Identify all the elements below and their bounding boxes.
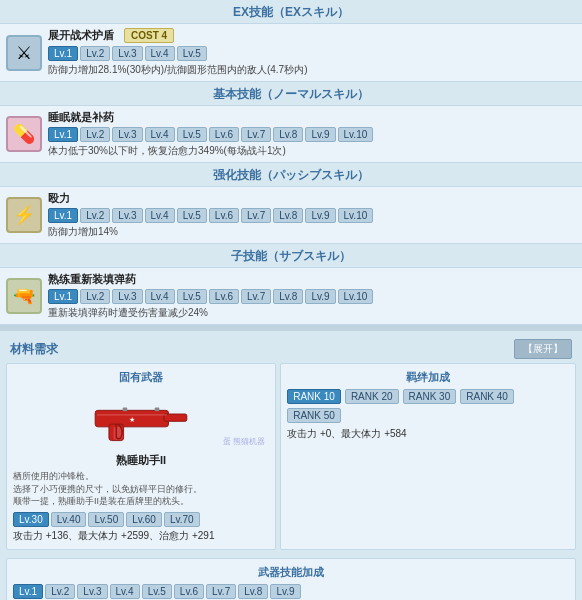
basic-skill-section: 基本技能（ノーマルスキル） 💊 睡眠就是补药 Lv.1 Lv.2 Lv.3 Lv… <box>0 82 582 163</box>
sub-lv-1[interactable]: Lv.1 <box>48 289 78 304</box>
basic-skill-header: 基本技能（ノーマルスキル） <box>0 82 582 105</box>
ex-lv-5[interactable]: Lv.5 <box>177 46 207 61</box>
sub-skill-info: 熟练重新装填弹药 Lv.1 Lv.2 Lv.3 Lv.4 Lv.5 Lv.6 L… <box>48 272 576 320</box>
weapon-skill-panel: 武器技能加成 Lv.1 Lv.2 Lv.3 Lv.4 Lv.5 Lv.6 Lv.… <box>6 558 576 600</box>
enhance-skill-icon: ⚡ <box>6 197 42 233</box>
basic-skill-info: 睡眠就是补药 Lv.1 Lv.2 Lv.3 Lv.4 Lv.5 Lv.6 Lv.… <box>48 110 576 158</box>
ws-lv-1[interactable]: Lv.1 <box>13 584 43 599</box>
weapon-skill-title: 武器技能加成 <box>13 565 569 580</box>
basic-lv-5[interactable]: Lv.5 <box>177 127 207 142</box>
svg-rect-1 <box>164 414 187 421</box>
ex-skill-section: EX技能（EXスキル） ⚔ 展开战术护盾 COST 4 Lv.1 Lv.2 Lv… <box>0 0 582 82</box>
sub-skill-desc: 重新装填弹药时遭受伤害量减少24% <box>48 306 576 320</box>
svg-rect-4 <box>123 407 128 411</box>
rank-row: RANK 10 RANK 20 RANK 30 RANK 40 RANK 50 <box>287 389 569 423</box>
enhance-skill-info: 殴力 Lv.1 Lv.2 Lv.3 Lv.4 Lv.5 Lv.6 Lv.7 Lv… <box>48 191 576 239</box>
basic-lv-2[interactable]: Lv.2 <box>80 127 110 142</box>
weapon-lv-70[interactable]: Lv.70 <box>164 512 200 527</box>
weapon-flavor-sub: 栖所使用的冲锋枪。 <box>13 470 269 483</box>
ws-lv-2[interactable]: Lv.2 <box>45 584 75 599</box>
sub-lv-6[interactable]: Lv.6 <box>209 289 239 304</box>
rank-20[interactable]: RANK 20 <box>345 389 399 404</box>
ws-lv-9[interactable]: Lv.9 <box>270 584 300 599</box>
ws-lv-4[interactable]: Lv.4 <box>110 584 140 599</box>
weapon-lv-50[interactable]: Lv.50 <box>88 512 124 527</box>
ex-skill-info: 展开战术护盾 COST 4 Lv.1 Lv.2 Lv.3 Lv.4 Lv.5 防… <box>48 28 576 77</box>
sub-skill-icon: 🔫 <box>6 278 42 314</box>
weapon-name: 熟睡助手II <box>13 453 269 468</box>
sub-lv-3[interactable]: Lv.3 <box>112 289 142 304</box>
sub-skill-row: 🔫 熟练重新装填弹药 Lv.1 Lv.2 Lv.3 Lv.4 Lv.5 Lv.6… <box>0 267 582 325</box>
sub-skill-header: 子技能（サブスキル） <box>0 244 582 267</box>
ex-lv-4[interactable]: Lv.4 <box>145 46 175 61</box>
basic-lv-3[interactable]: Lv.3 <box>112 127 142 142</box>
basic-lv-7[interactable]: Lv.7 <box>241 127 271 142</box>
expand-button[interactable]: 【展开】 <box>514 339 572 359</box>
sub-lv-2[interactable]: Lv.2 <box>80 289 110 304</box>
sub-lv-5[interactable]: Lv.5 <box>177 289 207 304</box>
enhance-lv-10[interactable]: Lv.10 <box>338 208 374 223</box>
basic-lv-1[interactable]: Lv.1 <box>48 127 78 142</box>
rank-10[interactable]: RANK 10 <box>287 389 341 404</box>
weapon-lv-40[interactable]: Lv.40 <box>51 512 87 527</box>
svg-rect-5 <box>155 407 160 411</box>
materials-body: 固有武器 ★ <box>0 363 582 554</box>
basic-skill-desc: 体力低于30%以下时，恢复治愈力349%(每场战斗1次) <box>48 144 576 158</box>
enhance-lv-1[interactable]: Lv.1 <box>48 208 78 223</box>
sub-lv-10[interactable]: Lv.10 <box>338 289 374 304</box>
weapon-flavor-1: 选择了小巧便携的尺寸，以免妨碍平日的修行。 <box>13 483 269 496</box>
basic-lv-8[interactable]: Lv.8 <box>273 127 303 142</box>
weapon-lv-60[interactable]: Lv.60 <box>126 512 162 527</box>
sub-lv-4[interactable]: Lv.4 <box>145 289 175 304</box>
ws-lv-5[interactable]: Lv.5 <box>142 584 172 599</box>
ex-lv-2[interactable]: Lv.2 <box>80 46 110 61</box>
materials-header: 材料需求 【展开】 <box>0 335 582 363</box>
weapon-lv-30[interactable]: Lv.30 <box>13 512 49 527</box>
enhance-lv-5[interactable]: Lv.5 <box>177 208 207 223</box>
enhance-skill-row: ⚡ 殴力 Lv.1 Lv.2 Lv.3 Lv.4 Lv.5 Lv.6 Lv.7 … <box>0 186 582 244</box>
enhance-skill-section: 强化技能（パッシブスキル） ⚡ 殴力 Lv.1 Lv.2 Lv.3 Lv.4 L… <box>0 163 582 244</box>
rank-40[interactable]: RANK 40 <box>460 389 514 404</box>
sub-lv-7[interactable]: Lv.7 <box>241 289 271 304</box>
ex-skill-desc: 防御力增加28.1%(30秒内)/抗御圆形范围内的敌人(4.7秒内) <box>48 63 576 77</box>
ex-lv-3[interactable]: Lv.3 <box>112 46 142 61</box>
sub-lv-9[interactable]: Lv.9 <box>305 289 335 304</box>
ex-skill-header: EX技能（EXスキル） <box>0 0 582 23</box>
basic-lv-9[interactable]: Lv.9 <box>305 127 335 142</box>
basic-skill-icon: 💊 <box>6 116 42 152</box>
basic-lv-6[interactable]: Lv.6 <box>209 127 239 142</box>
materials-section: 材料需求 【展开】 固有武器 <box>0 331 582 600</box>
equip-panel: 羁绊加成 RANK 10 RANK 20 RANK 30 RANK 40 RAN… <box>280 363 576 550</box>
weapon-flavor: 栖所使用的冲锋枪。 选择了小巧便携的尺寸，以免妨碍平日的修行。 顺带一提，熟睡助… <box>13 470 269 508</box>
enhance-lv-7[interactable]: Lv.7 <box>241 208 271 223</box>
enhance-lv-6[interactable]: Lv.6 <box>209 208 239 223</box>
sub-skill-section: 子技能（サブスキル） 🔫 熟练重新装填弹药 Lv.1 Lv.2 Lv.3 Lv.… <box>0 244 582 325</box>
gun-image: ★ <box>86 392 196 447</box>
enhance-lv-4[interactable]: Lv.4 <box>145 208 175 223</box>
ws-lv-6[interactable]: Lv.6 <box>174 584 204 599</box>
ws-lv-8[interactable]: Lv.8 <box>238 584 268 599</box>
rank-50[interactable]: RANK 50 <box>287 408 341 423</box>
ex-skill-row: ⚔ 展开战术护盾 COST 4 Lv.1 Lv.2 Lv.3 Lv.4 Lv.5… <box>0 23 582 82</box>
enhance-skill-name: 殴力 <box>48 191 70 206</box>
basic-lv-4[interactable]: Lv.4 <box>145 127 175 142</box>
basic-lv-10[interactable]: Lv.10 <box>338 127 374 142</box>
ws-lv-3[interactable]: Lv.3 <box>77 584 107 599</box>
ex-skill-icon: ⚔ <box>6 35 42 71</box>
enhance-lv-3[interactable]: Lv.3 <box>112 208 142 223</box>
basic-skill-name: 睡眠就是补药 <box>48 110 114 125</box>
sub-skill-name: 熟练重新装填弹药 <box>48 272 136 287</box>
enhance-lv-8[interactable]: Lv.8 <box>273 208 303 223</box>
weapon-image-area: ★ 蛋 熊猫机器 <box>13 389 269 449</box>
enhance-lv-2[interactable]: Lv.2 <box>80 208 110 223</box>
rank-30[interactable]: RANK 30 <box>403 389 457 404</box>
ex-cost-badge: COST 4 <box>124 28 174 43</box>
ws-lv-7[interactable]: Lv.7 <box>206 584 236 599</box>
equip-stats: 攻击力 +0、最大体力 +584 <box>287 427 569 441</box>
enhance-lv-9[interactable]: Lv.9 <box>305 208 335 223</box>
basic-skill-row: 💊 睡眠就是补药 Lv.1 Lv.2 Lv.3 Lv.4 Lv.5 Lv.6 L… <box>0 105 582 163</box>
sub-lv-8[interactable]: Lv.8 <box>273 289 303 304</box>
watermark: 蛋 熊猫机器 <box>223 436 265 447</box>
ex-lv-1[interactable]: Lv.1 <box>48 46 78 61</box>
svg-text:★: ★ <box>129 415 135 424</box>
